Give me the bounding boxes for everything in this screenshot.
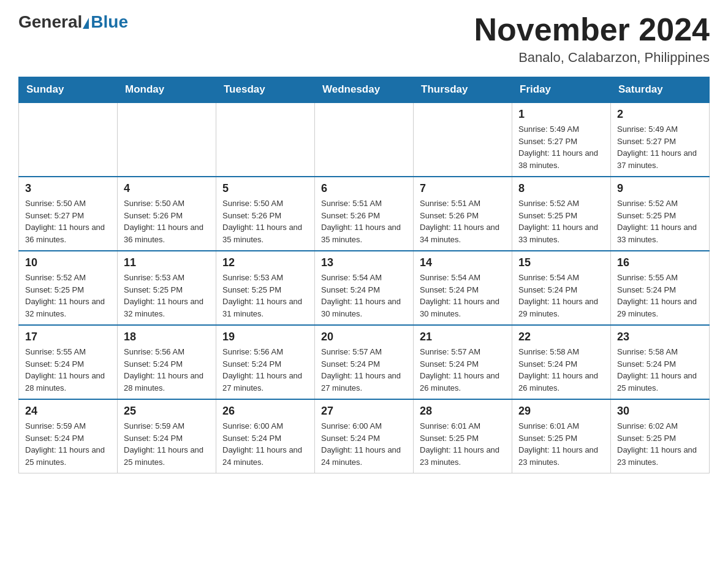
day-info: Sunrise: 5:54 AMSunset: 5:24 PMDaylight:…: [518, 273, 598, 318]
day-number: 11: [124, 256, 210, 269]
day-info: Sunrise: 5:58 AMSunset: 5:24 PMDaylight:…: [617, 347, 697, 393]
day-number: 8: [518, 182, 604, 195]
day-number: 26: [222, 405, 308, 418]
day-number: 28: [420, 405, 506, 418]
calendar-table: Sunday Monday Tuesday Wednesday Thursday…: [18, 77, 710, 473]
day-info: Sunrise: 5:53 AMSunset: 5:25 PMDaylight:…: [124, 273, 203, 318]
day-number: 3: [25, 182, 111, 195]
day-number: 22: [518, 331, 604, 343]
calendar-cell: 6Sunrise: 5:51 AMSunset: 5:26 PMDaylight…: [315, 177, 414, 251]
day-number: 15: [518, 256, 604, 269]
calendar-cell: 26Sunrise: 6:00 AMSunset: 5:24 PMDayligh…: [216, 399, 315, 473]
day-number: 17: [25, 331, 111, 343]
calendar-cell: 4Sunrise: 5:50 AMSunset: 5:26 PMDaylight…: [118, 177, 216, 251]
day-number: 27: [321, 405, 407, 418]
calendar-cell: 7Sunrise: 5:51 AMSunset: 5:26 PMDaylight…: [414, 177, 512, 251]
calendar-cell: 22Sunrise: 5:58 AMSunset: 5:24 PMDayligh…: [512, 325, 611, 399]
day-number: 10: [25, 256, 111, 269]
header-tuesday: Tuesday: [216, 77, 315, 103]
day-info: Sunrise: 5:53 AMSunset: 5:25 PMDaylight:…: [222, 273, 302, 318]
calendar-cell: 3Sunrise: 5:50 AMSunset: 5:27 PMDaylight…: [19, 177, 118, 251]
day-info: Sunrise: 5:54 AMSunset: 5:24 PMDaylight:…: [420, 273, 499, 318]
day-number: 29: [518, 405, 604, 418]
day-number: 24: [25, 405, 111, 418]
day-info: Sunrise: 5:54 AMSunset: 5:24 PMDaylight:…: [321, 273, 401, 318]
day-number: 19: [222, 331, 308, 343]
day-info: Sunrise: 5:52 AMSunset: 5:25 PMDaylight:…: [25, 273, 105, 318]
day-info: Sunrise: 5:52 AMSunset: 5:25 PMDaylight:…: [518, 199, 598, 244]
day-number: 1: [518, 108, 604, 121]
day-info: Sunrise: 5:50 AMSunset: 5:27 PMDaylight:…: [25, 199, 105, 244]
header-sunday: Sunday: [19, 77, 118, 103]
calendar-week-row: 17Sunrise: 5:55 AMSunset: 5:24 PMDayligh…: [19, 325, 710, 399]
day-number: 14: [420, 256, 506, 269]
calendar-cell: 1Sunrise: 5:49 AMSunset: 5:27 PMDaylight…: [512, 102, 611, 177]
calendar-cell: 27Sunrise: 6:00 AMSunset: 5:24 PMDayligh…: [315, 399, 414, 473]
calendar-cell: [118, 102, 216, 177]
day-number: 25: [124, 405, 210, 418]
day-info: Sunrise: 5:49 AMSunset: 5:27 PMDaylight:…: [518, 124, 598, 170]
day-number: 20: [321, 331, 407, 343]
calendar-cell: 24Sunrise: 5:59 AMSunset: 5:24 PMDayligh…: [19, 399, 118, 473]
calendar-cell: 9Sunrise: 5:52 AMSunset: 5:25 PMDaylight…: [611, 177, 710, 251]
day-info: Sunrise: 5:57 AMSunset: 5:24 PMDaylight:…: [321, 347, 401, 393]
header-wednesday: Wednesday: [315, 77, 414, 103]
calendar-cell: 28Sunrise: 6:01 AMSunset: 5:25 PMDayligh…: [414, 399, 512, 473]
day-info: Sunrise: 5:55 AMSunset: 5:24 PMDaylight:…: [617, 273, 697, 318]
calendar-cell: 25Sunrise: 5:59 AMSunset: 5:24 PMDayligh…: [118, 399, 216, 473]
calendar-header-row: Sunday Monday Tuesday Wednesday Thursday…: [19, 77, 710, 103]
calendar-week-row: 10Sunrise: 5:52 AMSunset: 5:25 PMDayligh…: [19, 251, 710, 325]
day-number: 13: [321, 256, 407, 269]
day-number: 23: [617, 331, 703, 343]
logo-general-text: General: [18, 12, 82, 32]
header: General Blue November 2024 Banalo, Calab…: [18, 12, 710, 66]
header-monday: Monday: [118, 77, 216, 103]
day-info: Sunrise: 5:50 AMSunset: 5:26 PMDaylight:…: [222, 199, 302, 244]
day-number: 30: [617, 405, 703, 418]
calendar-cell: 15Sunrise: 5:54 AMSunset: 5:24 PMDayligh…: [512, 251, 611, 325]
logo-blue-text: Blue: [91, 12, 128, 32]
calendar-cell: 19Sunrise: 5:56 AMSunset: 5:24 PMDayligh…: [216, 325, 315, 399]
calendar-cell: 2Sunrise: 5:49 AMSunset: 5:27 PMDaylight…: [611, 102, 710, 177]
calendar-week-row: 1Sunrise: 5:49 AMSunset: 5:27 PMDaylight…: [19, 102, 710, 177]
calendar-cell: [414, 102, 512, 177]
day-info: Sunrise: 5:50 AMSunset: 5:26 PMDaylight:…: [124, 199, 203, 244]
day-number: 4: [124, 182, 210, 195]
day-info: Sunrise: 5:51 AMSunset: 5:26 PMDaylight:…: [420, 199, 499, 244]
day-info: Sunrise: 5:59 AMSunset: 5:24 PMDaylight:…: [25, 421, 105, 467]
calendar-week-row: 24Sunrise: 5:59 AMSunset: 5:24 PMDayligh…: [19, 399, 710, 473]
day-number: 12: [222, 256, 308, 269]
day-info: Sunrise: 5:58 AMSunset: 5:24 PMDaylight:…: [518, 347, 598, 393]
day-info: Sunrise: 5:49 AMSunset: 5:27 PMDaylight:…: [617, 124, 697, 170]
day-info: Sunrise: 6:00 AMSunset: 5:24 PMDaylight:…: [321, 421, 401, 467]
day-info: Sunrise: 6:00 AMSunset: 5:24 PMDaylight:…: [222, 421, 302, 467]
day-number: 21: [420, 331, 506, 343]
logo-triangle-icon: [83, 18, 89, 29]
calendar-subtitle: Banalo, Calabarzon, Philippines: [474, 50, 710, 66]
day-info: Sunrise: 5:59 AMSunset: 5:24 PMDaylight:…: [124, 421, 203, 467]
day-number: 16: [617, 256, 703, 269]
day-info: Sunrise: 5:57 AMSunset: 5:24 PMDaylight:…: [420, 347, 499, 393]
calendar-cell: 14Sunrise: 5:54 AMSunset: 5:24 PMDayligh…: [414, 251, 512, 325]
header-saturday: Saturday: [611, 77, 710, 103]
calendar-cell: 23Sunrise: 5:58 AMSunset: 5:24 PMDayligh…: [611, 325, 710, 399]
day-info: Sunrise: 6:01 AMSunset: 5:25 PMDaylight:…: [518, 421, 598, 467]
calendar-cell: 12Sunrise: 5:53 AMSunset: 5:25 PMDayligh…: [216, 251, 315, 325]
calendar-cell: 21Sunrise: 5:57 AMSunset: 5:24 PMDayligh…: [414, 325, 512, 399]
day-number: 5: [222, 182, 308, 195]
day-info: Sunrise: 5:52 AMSunset: 5:25 PMDaylight:…: [617, 199, 697, 244]
day-info: Sunrise: 5:55 AMSunset: 5:24 PMDaylight:…: [25, 347, 105, 393]
calendar-cell: 16Sunrise: 5:55 AMSunset: 5:24 PMDayligh…: [611, 251, 710, 325]
day-info: Sunrise: 5:56 AMSunset: 5:24 PMDaylight:…: [222, 347, 302, 393]
calendar-cell: 18Sunrise: 5:56 AMSunset: 5:24 PMDayligh…: [118, 325, 216, 399]
day-number: 9: [617, 182, 703, 195]
title-area: November 2024 Banalo, Calabarzon, Philip…: [474, 12, 710, 66]
calendar-cell: 5Sunrise: 5:50 AMSunset: 5:26 PMDaylight…: [216, 177, 315, 251]
calendar-title: November 2024: [474, 12, 710, 47]
day-number: 7: [420, 182, 506, 195]
calendar-cell: 20Sunrise: 5:57 AMSunset: 5:24 PMDayligh…: [315, 325, 414, 399]
day-info: Sunrise: 5:51 AMSunset: 5:26 PMDaylight:…: [321, 199, 401, 244]
day-info: Sunrise: 5:56 AMSunset: 5:24 PMDaylight:…: [124, 347, 203, 393]
calendar-cell: 11Sunrise: 5:53 AMSunset: 5:25 PMDayligh…: [118, 251, 216, 325]
day-info: Sunrise: 6:01 AMSunset: 5:25 PMDaylight:…: [420, 421, 499, 467]
